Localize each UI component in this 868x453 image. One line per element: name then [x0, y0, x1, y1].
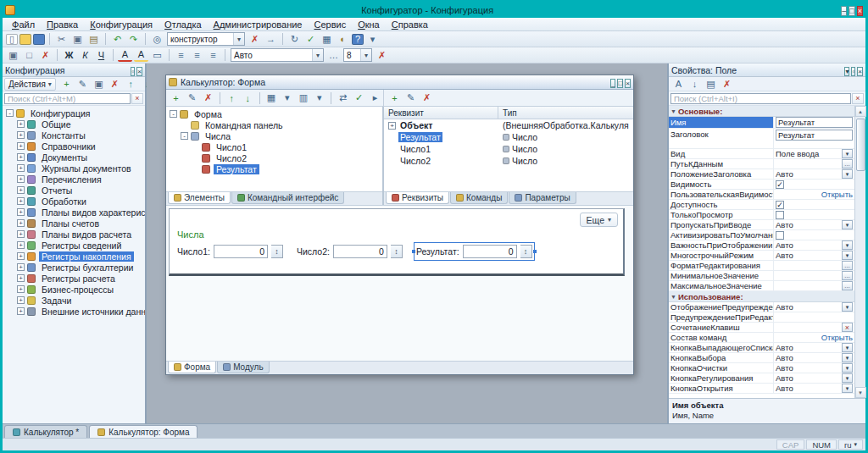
- expander-icon[interactable]: +: [17, 263, 25, 271]
- property-row[interactable]: КнопкаОчисткиАвто▾: [669, 363, 854, 373]
- attribute-row[interactable]: Число2Число: [384, 155, 633, 167]
- window-tab-calculator[interactable]: Калькулятор *: [4, 425, 87, 438]
- add-icon[interactable]: +: [59, 77, 74, 91]
- property-input[interactable]: Результат: [776, 130, 853, 141]
- property-row[interactable]: ТолькоПросмотр: [669, 210, 854, 220]
- find-next-icon[interactable]: →: [264, 32, 278, 46]
- ellipsis-icon[interactable]: …: [842, 281, 853, 290]
- close-window-icon[interactable]: ✗: [38, 48, 53, 62]
- property-value[interactable]: ✓: [774, 180, 854, 189]
- delete-icon[interactable]: ✗: [201, 91, 215, 105]
- help-icon[interactable]: ?: [352, 34, 364, 45]
- form-canvas[interactable]: Еще ▾ Числа Число1:0↕Число2:0↕Результат:…: [169, 208, 625, 276]
- properties-search-input[interactable]: [670, 93, 851, 104]
- property-value[interactable]: Результат: [774, 129, 854, 148]
- chevron-down-icon[interactable]: ▾: [842, 149, 853, 158]
- expander-icon[interactable]: +: [17, 307, 25, 315]
- property-value[interactable]: [774, 210, 854, 219]
- property-row[interactable]: МногострочныйРежимАвто▾: [669, 251, 854, 261]
- expander-icon[interactable]: +: [17, 164, 25, 172]
- new-file-icon[interactable]: ▯: [6, 34, 18, 45]
- list-view-icon[interactable]: ▤: [704, 77, 718, 91]
- expander-icon[interactable]: +: [17, 197, 25, 205]
- tab-command-interface[interactable]: Командный интерфейс: [231, 192, 344, 204]
- property-value[interactable]: Авто▾: [774, 302, 854, 312]
- config-tree-item[interactable]: +Регистры бухгалтерии: [3, 262, 145, 273]
- config-tree-item[interactable]: +Журналы документов: [3, 163, 145, 174]
- clear-search-icon[interactable]: ×: [131, 93, 143, 104]
- element-tree-item[interactable]: Командная панель: [166, 119, 382, 130]
- expander-icon[interactable]: +: [17, 241, 25, 249]
- field-input[interactable]: 0: [463, 245, 517, 258]
- property-row[interactable]: Состав командОткрыть: [669, 333, 854, 343]
- add-icon[interactable]: +: [169, 91, 183, 105]
- close-icon[interactable]: ×: [857, 67, 863, 76]
- property-row[interactable]: Видимость✓: [669, 180, 854, 190]
- config-tree-item[interactable]: +Задачи: [3, 295, 145, 306]
- underline-icon[interactable]: Ч: [94, 48, 108, 62]
- layout-menu-icon[interactable]: ▾: [280, 91, 294, 105]
- property-row[interactable]: ВажностьПриОтображенииАвто▾: [669, 240, 854, 251]
- expander-icon[interactable]: +: [17, 252, 25, 260]
- close-button[interactable]: ×: [857, 6, 863, 16]
- edit-icon[interactable]: ✎: [75, 77, 90, 91]
- property-value[interactable]: Открыть: [774, 333, 854, 342]
- property-row[interactable]: ЗаголовокРезультат: [669, 129, 854, 149]
- grouping-menu-icon[interactable]: ▾: [312, 91, 326, 105]
- copy-icon[interactable]: ▣: [92, 77, 106, 91]
- expander-icon[interactable]: +: [17, 230, 25, 238]
- align-left-icon[interactable]: ≡: [174, 48, 188, 62]
- update-config-icon[interactable]: ↻: [287, 32, 302, 46]
- tab-form[interactable]: Форма: [168, 362, 216, 373]
- expander-icon[interactable]: +: [17, 186, 25, 194]
- clear-search-icon[interactable]: ✗: [248, 32, 262, 46]
- checkbox-icon[interactable]: [776, 231, 784, 240]
- property-row[interactable]: ФорматРедактирования…: [669, 261, 854, 271]
- clear-icon[interactable]: ×: [842, 323, 853, 332]
- property-value[interactable]: Авто▾: [774, 251, 854, 260]
- editor-title-bar[interactable]: Калькулятор: Форма _□×: [166, 75, 633, 90]
- chevron-down-icon[interactable]: ▾: [312, 49, 323, 61]
- delete-icon[interactable]: ✗: [420, 91, 434, 105]
- menu-item[interactable]: Файл: [6, 19, 41, 30]
- fill-color-icon[interactable]: А: [134, 48, 148, 62]
- chevron-down-icon[interactable]: ▾: [842, 302, 853, 312]
- config-tree-item[interactable]: +Бизнес-процессы: [3, 284, 145, 295]
- open-link[interactable]: Открыть: [821, 333, 853, 342]
- spin-button[interactable]: ↕: [391, 245, 403, 258]
- property-row[interactable]: КнопкаРегулированияАвто▾: [669, 373, 854, 384]
- language-selector[interactable]: ru▾: [838, 439, 863, 450]
- property-value[interactable]: Авто▾: [774, 220, 854, 229]
- property-row[interactable]: АктивизироватьПоУмолчанию: [669, 230, 854, 240]
- pin-icon[interactable]: ▫: [851, 67, 855, 76]
- chevron-down-icon[interactable]: ▾: [842, 220, 853, 229]
- expander-icon[interactable]: +: [388, 122, 396, 130]
- move-up-icon[interactable]: ↑: [124, 77, 138, 91]
- property-value[interactable]: Авто▾: [774, 343, 854, 352]
- cut-icon[interactable]: ✂: [54, 32, 69, 46]
- property-value[interactable]: Авто▾: [774, 169, 854, 179]
- expander-icon[interactable]: +: [17, 142, 25, 150]
- property-value[interactable]: Авто▾: [774, 384, 854, 393]
- find-icon[interactable]: ◎: [150, 32, 164, 46]
- edit-icon[interactable]: ✎: [403, 91, 418, 105]
- property-section-header[interactable]: ▼Использование:: [669, 291, 854, 302]
- open-link[interactable]: Открыть: [821, 190, 853, 199]
- save-icon[interactable]: [33, 34, 45, 45]
- expander-icon[interactable]: -: [170, 110, 177, 118]
- config-tree-item[interactable]: +Общие: [3, 119, 145, 130]
- config-tree-item[interactable]: +Планы видов расчета: [3, 229, 145, 240]
- property-row[interactable]: СочетаниеКлавиш×: [669, 323, 854, 333]
- italic-icon[interactable]: К: [78, 48, 92, 62]
- property-row[interactable]: МинимальноеЗначение…: [669, 271, 854, 281]
- tab-parameters[interactable]: Параметры: [509, 192, 576, 204]
- menu-item[interactable]: Правка: [41, 19, 84, 30]
- close-icon[interactable]: ×: [136, 67, 142, 76]
- tab-module[interactable]: Модуль: [217, 362, 269, 373]
- column-header[interactable]: Реквизит: [384, 107, 498, 119]
- search-combo[interactable]: конструктор▾: [167, 32, 245, 46]
- align-right-icon[interactable]: ≡: [206, 48, 220, 62]
- property-input[interactable]: Результат: [776, 117, 853, 128]
- field-input[interactable]: 0: [333, 245, 387, 258]
- maximize-button[interactable]: □: [849, 6, 854, 16]
